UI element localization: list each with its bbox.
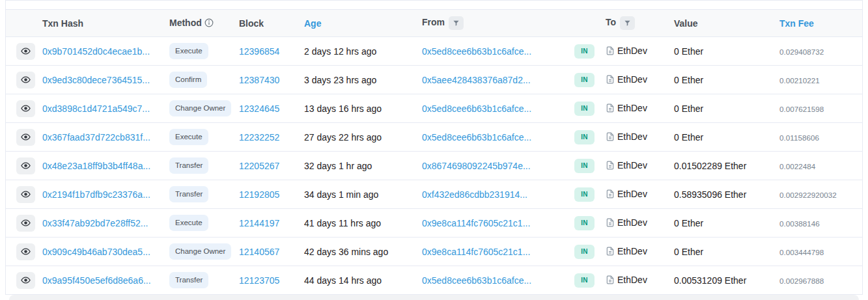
from-address-link[interactable]: 0x8674698092245b974e... bbox=[422, 161, 531, 171]
direction-in-badge: IN bbox=[574, 159, 595, 173]
txn-fee-text: 0.002922920032 bbox=[779, 191, 837, 199]
eye-icon bbox=[21, 189, 31, 199]
txn-hash-link[interactable]: 0x2194f1b7dfb9c23376a... bbox=[42, 189, 150, 200]
block-link[interactable]: 12144197 bbox=[239, 218, 279, 228]
age-text: 44 days 14 hrs ago bbox=[304, 275, 382, 286]
txn-fee-text: 0.029408732 bbox=[779, 48, 824, 56]
from-address-link[interactable]: 0x9e8ca114fc7605c21c1... bbox=[422, 218, 530, 228]
to-name-link[interactable]: EthDev bbox=[617, 103, 647, 113]
to-name-link[interactable]: EthDev bbox=[617, 189, 647, 199]
method-badge: Execute bbox=[169, 43, 208, 60]
col-header-from-label: From bbox=[422, 17, 445, 27]
block-link[interactable]: 12192805 bbox=[239, 189, 279, 200]
txn-hash-link[interactable]: 0x9a95f450e5ef6d8e6a6... bbox=[42, 275, 151, 286]
value-text: 0 Ether bbox=[674, 103, 703, 114]
txn-hash-link[interactable]: 0x9ed3c80dece7364515... bbox=[42, 75, 150, 85]
method-badge: Transfer bbox=[169, 272, 208, 289]
col-header-txn-fee-label[interactable]: Txn Fee bbox=[779, 18, 814, 29]
block-link[interactable]: 12205267 bbox=[239, 161, 279, 171]
to-name-link[interactable]: EthDev bbox=[617, 217, 647, 228]
value-text: 0 Ether bbox=[674, 46, 703, 57]
direction-in-badge: IN bbox=[574, 187, 595, 202]
from-address-link[interactable]: 0x5aee428438376a87d2... bbox=[422, 75, 531, 85]
value-text: 0 Ether bbox=[674, 75, 703, 85]
from-address-link[interactable]: 0x5ed8cee6b63b1c6afce... bbox=[422, 103, 531, 114]
block-link[interactable]: 12140567 bbox=[239, 247, 279, 257]
to-filter-button[interactable] bbox=[620, 16, 635, 30]
age-text: 34 days 1 min ago bbox=[304, 189, 378, 200]
eye-button[interactable] bbox=[16, 272, 35, 289]
col-header-value-label: Value bbox=[674, 18, 698, 29]
method-badge: Change Owner bbox=[169, 100, 231, 117]
col-header-age[interactable]: Age bbox=[304, 10, 422, 37]
txn-fee-text: 0.007621598 bbox=[779, 105, 824, 113]
block-link[interactable]: 12387430 bbox=[239, 75, 279, 85]
col-header-block: Block bbox=[239, 10, 304, 37]
age-text: 41 days 11 hrs ago bbox=[304, 218, 381, 228]
block-link[interactable]: 12324645 bbox=[239, 103, 279, 114]
file-text-icon bbox=[606, 247, 615, 256]
col-header-txn-fee[interactable]: Txn Fee bbox=[779, 10, 862, 37]
txn-fee-text: 0.0022484 bbox=[779, 162, 815, 170]
table-row: 0x909c49b46ab730dea5... Change Owner 121… bbox=[6, 238, 862, 266]
txn-hash-link[interactable]: 0x367faad37d722cb831f... bbox=[42, 132, 150, 143]
filter-icon bbox=[453, 20, 460, 27]
to-name-link[interactable]: EthDev bbox=[617, 46, 647, 56]
table-row: 0x48e23a18ff9b3b4ff48a... Transfer 12205… bbox=[6, 152, 862, 180]
to-name-link[interactable]: EthDev bbox=[617, 275, 647, 285]
age-text: 27 days 22 hrs ago bbox=[304, 132, 382, 143]
file-text-icon bbox=[606, 161, 615, 170]
col-header-value: Value bbox=[674, 10, 779, 37]
eye-button[interactable] bbox=[16, 100, 35, 117]
from-address-link[interactable]: 0x9e8ca114fc7605c21c1... bbox=[422, 247, 530, 257]
block-link[interactable]: 12232252 bbox=[239, 132, 279, 143]
eye-button[interactable] bbox=[16, 129, 35, 146]
to-name-link[interactable]: EthDev bbox=[617, 74, 647, 85]
file-text-icon bbox=[606, 103, 615, 113]
txn-hash-link[interactable]: 0x48e23a18ff9b3b4ff48a... bbox=[42, 161, 150, 171]
file-text-icon bbox=[606, 46, 615, 55]
to-name-link[interactable]: EthDev bbox=[617, 160, 647, 170]
eye-button[interactable] bbox=[16, 186, 35, 203]
txn-hash-link[interactable]: 0x909c49b46ab730dea5... bbox=[42, 247, 150, 257]
eye-icon bbox=[21, 161, 31, 170]
age-text: 42 days 36 mins ago bbox=[304, 247, 388, 257]
eye-button[interactable] bbox=[16, 215, 35, 232]
txn-fee-text: 0.003444798 bbox=[779, 248, 824, 256]
to-name-link[interactable]: EthDev bbox=[617, 131, 647, 142]
col-header-method: Method bbox=[169, 10, 239, 37]
block-link[interactable]: 12396854 bbox=[239, 46, 279, 57]
eye-button[interactable] bbox=[16, 243, 35, 260]
eye-button[interactable] bbox=[16, 157, 35, 174]
value-text: 0 Ether bbox=[674, 247, 703, 257]
from-address-link[interactable]: 0x5ed8cee6b63b1c6afce... bbox=[422, 46, 531, 57]
from-address-link[interactable]: 0x5ed8cee6b63b1c6afce... bbox=[422, 275, 531, 286]
method-badge: Change Owner bbox=[169, 243, 231, 260]
table-header-row: Txn Hash Method Block Age From To Value … bbox=[6, 10, 862, 37]
txn-hash-link[interactable]: 0x33f47ab92bd7e28ff52... bbox=[42, 218, 148, 228]
file-text-icon bbox=[606, 75, 615, 84]
eye-button[interactable] bbox=[16, 72, 35, 89]
value-text: 0 Ether bbox=[674, 132, 703, 143]
from-address-link[interactable]: 0xf432ed86cdbb231914... bbox=[422, 189, 527, 200]
from-address-link[interactable]: 0x5ed8cee6b63b1c6afce... bbox=[422, 132, 531, 143]
info-icon[interactable] bbox=[204, 18, 214, 29]
col-header-direction bbox=[574, 10, 606, 37]
table-row: 0x367faad37d722cb831f... Execute 1223225… bbox=[6, 123, 862, 152]
file-text-icon bbox=[606, 132, 615, 141]
file-text-icon bbox=[606, 275, 615, 284]
from-filter-button[interactable] bbox=[449, 16, 464, 30]
txn-fee-text: 0.002967888 bbox=[779, 277, 824, 285]
eye-button[interactable] bbox=[16, 43, 35, 60]
to-name-link[interactable]: EthDev bbox=[617, 246, 647, 256]
txn-hash-link[interactable]: 0xd3898c1d4721a549c7... bbox=[42, 103, 150, 114]
value-text: 0 Ether bbox=[674, 218, 703, 228]
filter-icon bbox=[624, 20, 631, 27]
file-text-icon bbox=[606, 218, 615, 227]
txn-hash-link[interactable]: 0x9b701452d0c4ecae1b... bbox=[42, 46, 150, 57]
table-row: 0x9a95f450e5ef6d8e6a6... Transfer 121237… bbox=[6, 266, 862, 295]
col-header-block-label: Block bbox=[239, 18, 264, 29]
col-header-age-label[interactable]: Age bbox=[304, 18, 321, 29]
block-link[interactable]: 12123705 bbox=[239, 275, 279, 286]
next-section-edge bbox=[9, 295, 859, 300]
